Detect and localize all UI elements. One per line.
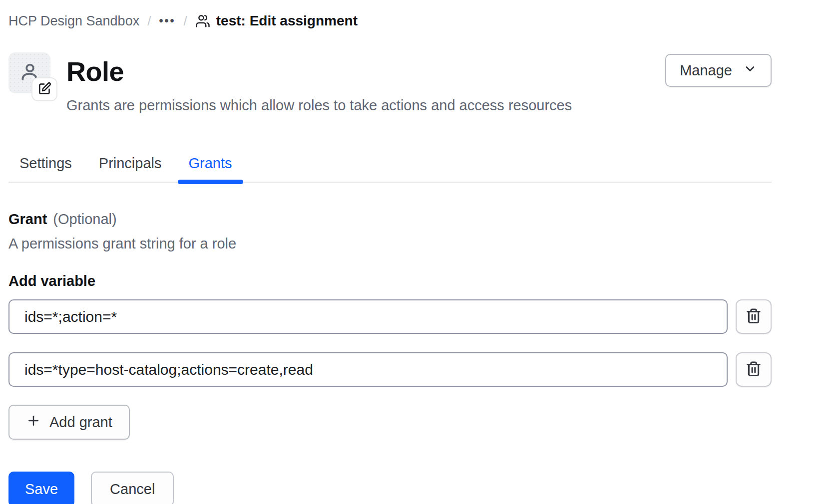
breadcrumb: HCP Design Sandbox / ••• / test: Edit as… <box>8 0 772 30</box>
grant-input-2[interactable] <box>8 352 728 387</box>
content: HCP Design Sandbox / ••• / test: Edit as… <box>8 0 772 504</box>
tab-bar: Settings Principals Grants <box>8 149 772 183</box>
grant-row <box>8 299 772 334</box>
manage-button[interactable]: Manage <box>665 54 772 87</box>
manage-button-label: Manage <box>680 62 732 79</box>
page-subtitle: Grants are permissions which allow roles… <box>66 97 572 114</box>
page-title: Role <box>66 57 572 85</box>
header-text: Role Grants are permissions which allow … <box>66 52 572 114</box>
breadcrumb-ellipsis[interactable]: ••• <box>159 14 175 28</box>
tab-settings[interactable]: Settings <box>8 149 83 182</box>
trash-icon <box>745 307 762 326</box>
save-button[interactable]: Save <box>8 472 74 504</box>
breadcrumb-separator: / <box>184 13 187 29</box>
breadcrumb-item-current: test: Edit assignment <box>195 13 358 29</box>
breadcrumb-separator: / <box>147 13 151 29</box>
grant-input-1[interactable] <box>8 299 728 334</box>
users-icon <box>195 13 210 28</box>
delete-grant-2-button[interactable] <box>736 352 772 387</box>
page-header: Role Grants are permissions which allow … <box>8 52 772 114</box>
grant-field-helper: A permissions grant string for a role <box>8 236 772 252</box>
delete-grant-1-button[interactable] <box>736 299 772 334</box>
grant-row <box>8 352 772 387</box>
tab-grants[interactable]: Grants <box>178 149 243 182</box>
form-actions: Save Cancel <box>8 472 772 504</box>
add-grant-button[interactable]: Add grant <box>8 405 130 440</box>
grant-field-label-row: Grant (Optional) <box>8 211 772 228</box>
edit-avatar-button[interactable] <box>31 77 57 101</box>
plus-icon <box>26 413 41 432</box>
tab-principals[interactable]: Principals <box>88 149 173 182</box>
chevron-down-icon <box>743 62 757 79</box>
edit-pencil-icon <box>38 82 51 97</box>
add-grant-label: Add grant <box>49 414 112 431</box>
breadcrumb-item-root[interactable]: HCP Design Sandbox <box>8 13 139 29</box>
page: HCP Design Sandbox / ••• / test: Edit as… <box>0 0 835 504</box>
add-variable-label: Add variable <box>8 273 772 289</box>
grant-field-label: Grant <box>8 211 47 228</box>
breadcrumb-current-label: test: Edit assignment <box>216 13 358 29</box>
trash-icon <box>745 360 762 379</box>
role-avatar-wrap <box>8 52 50 93</box>
cancel-button[interactable]: Cancel <box>91 472 174 504</box>
grant-field-optional: (Optional) <box>53 211 116 228</box>
